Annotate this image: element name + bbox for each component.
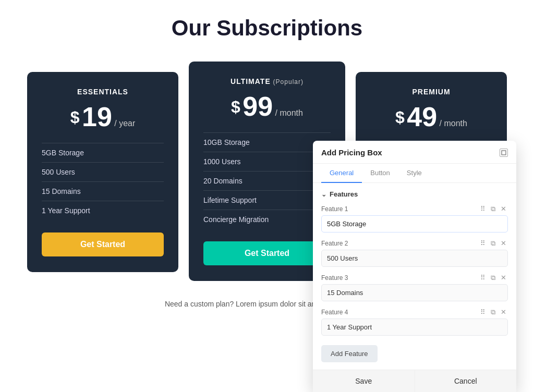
features-list-ultimate: 10GB Storage 1000 Users 20 Domains Lifet… [203, 132, 331, 229]
feature-label-4: Feature 4 [321, 309, 348, 316]
feature-delete-button-4[interactable]: ✕ [499, 308, 508, 316]
feature-value-4: 1 Year Support [321, 318, 508, 336]
feature-block-4: Feature 4 ⠿ ⧉ ✕ 1 Year Support [321, 308, 508, 336]
feature-block-1: Feature 1 ⠿ ⧉ ✕ [321, 204, 508, 232]
pricing-card-essentials: ESSENTIALS $ 19 / year 5GB Storage 500 U… [27, 72, 178, 272]
page-title: Our Subscriptions [10, 16, 524, 41]
price-row-essentials: $ 19 / year [42, 101, 164, 132]
feature-actions-4: ⠿ ⧉ ✕ [479, 308, 508, 316]
panel-body: ⌄ Features Feature 1 ⠿ ⧉ ✕ Feature [313, 183, 516, 370]
panel-header: Add Pricing Box [313, 141, 516, 164]
plan-name-ultimate: ULTIMATE (Popular) [203, 77, 331, 85]
feature-label-row-2: Feature 2 ⠿ ⧉ ✕ [321, 239, 508, 248]
cancel-button[interactable]: Cancel [415, 370, 517, 392]
feature-drag-button-2[interactable]: ⠿ [479, 239, 487, 248]
feature-label-3: Feature 3 [321, 274, 348, 281]
feature-drag-button-1[interactable]: ⠿ [479, 204, 487, 213]
tab-button[interactable]: Button [362, 164, 398, 183]
price-period-ultimate: / month [275, 108, 303, 117]
price-row-premium: $ 49 / month [370, 101, 492, 132]
feature-value-2: 500 Users [321, 250, 508, 267]
feature-block-2: Feature 2 ⠿ ⧉ ✕ 500 Users [321, 239, 508, 267]
features-section-header: ⌄ Features [321, 190, 508, 198]
feature-label-row-3: Feature 3 ⠿ ⧉ ✕ [321, 273, 508, 282]
feature-item: 5GB Storage [42, 143, 164, 162]
price-amount-ultimate: 99 [242, 91, 273, 121]
feature-block-3: Feature 3 ⠿ ⧉ ✕ 15 Domains [321, 273, 508, 301]
feature-drag-button-3[interactable]: ⠿ [479, 273, 487, 282]
feature-item: 20 Domains [203, 171, 331, 190]
price-dollar-ultimate: $ [231, 97, 240, 116]
feature-item: 15 Domains [42, 181, 164, 201]
add-pricing-box-panel: Add Pricing Box General Button Style ⌄ F… [313, 141, 516, 392]
feature-delete-button-3[interactable]: ✕ [499, 273, 508, 282]
feature-copy-button-2[interactable]: ⧉ [489, 239, 497, 248]
feature-copy-button-4[interactable]: ⧉ [489, 308, 497, 316]
price-amount-essentials: 19 [82, 102, 112, 132]
feature-item: 500 Users [42, 162, 164, 181]
feature-delete-button-2[interactable]: ✕ [499, 239, 508, 248]
feature-item: Concierge Migration [203, 210, 331, 229]
feature-input-1[interactable] [321, 215, 508, 232]
chevron-down-icon: ⌄ [321, 191, 326, 198]
add-feature-button[interactable]: Add Feature [321, 345, 378, 362]
plan-name-essentials: ESSENTIALS [42, 88, 164, 96]
price-amount-premium: 49 [407, 102, 437, 132]
feature-value-3: 15 Domains [321, 284, 508, 301]
feature-item: 1000 Users [203, 152, 331, 171]
features-list-essentials: 5GB Storage 500 Users 15 Domains 1 Year … [42, 143, 164, 220]
feature-actions-2: ⠿ ⧉ ✕ [479, 239, 508, 248]
feature-item: Lifetime Support [203, 190, 331, 210]
price-dollar-premium: $ [395, 108, 405, 127]
feature-label-row-4: Feature 4 ⠿ ⧉ ✕ [321, 308, 508, 316]
tab-style[interactable]: Style [398, 164, 430, 183]
price-period-premium: / month [440, 119, 467, 128]
feature-copy-button-3[interactable]: ⧉ [489, 273, 497, 282]
get-started-button-ultimate[interactable]: Get Started [203, 241, 331, 265]
plan-name-premium: PREMIUM [370, 88, 492, 96]
price-row-ultimate: $ 99 / month [203, 91, 331, 122]
get-started-button-essentials[interactable]: Get Started [42, 232, 164, 256]
feature-item: 1 Year Support [42, 201, 164, 220]
feature-drag-button-4[interactable]: ⠿ [479, 308, 487, 316]
feature-actions-3: ⠿ ⧉ ✕ [479, 273, 508, 282]
tab-general[interactable]: General [321, 164, 362, 183]
feature-label-1: Feature 1 [321, 205, 348, 213]
feature-actions-1: ⠿ ⧉ ✕ [479, 204, 508, 213]
maximize-button[interactable] [500, 149, 508, 157]
feature-label-2: Feature 2 [321, 240, 348, 247]
save-button[interactable]: Save [313, 370, 415, 392]
price-period-essentials: / year [114, 119, 135, 128]
feature-item: 10GB Storage [203, 132, 331, 152]
price-dollar-essentials: $ [70, 108, 80, 127]
panel-footer: Save Cancel [313, 370, 516, 392]
panel-title: Add Pricing Box [321, 148, 382, 157]
page-background: Our Subscriptions ESSENTIALS $ 19 / year… [0, 0, 534, 392]
svg-rect-0 [502, 151, 506, 155]
panel-tabs: General Button Style [313, 164, 516, 183]
feature-label-row-1: Feature 1 ⠿ ⧉ ✕ [321, 204, 508, 213]
feature-delete-button-1[interactable]: ✕ [499, 204, 508, 213]
feature-copy-button-1[interactable]: ⧉ [489, 204, 497, 213]
popular-badge: (Popular) [273, 78, 304, 85]
